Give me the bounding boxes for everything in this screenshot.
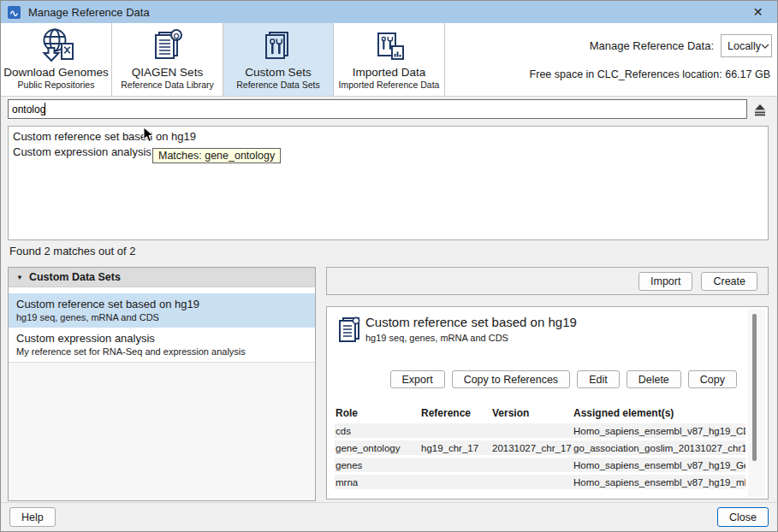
table-header-row: Role Reference Version Assigned element(…	[335, 406, 745, 420]
cell-version: 20131027_chr_17	[491, 443, 573, 453]
collapse-triangle-icon: ▼	[16, 274, 23, 281]
list-item-subtitle: My reference set for RNA-Seq and express…	[16, 346, 307, 358]
cell-assigned: Homo_sapiens_ensembl_v87_hg19_mRNA	[573, 477, 745, 488]
column-header-assigned: Assigned element(s)	[573, 407, 745, 419]
close-button[interactable]: Close	[717, 507, 769, 527]
cell-reference: hg19_chr_17	[420, 443, 491, 453]
imported-data-icon	[370, 26, 409, 66]
toolbar: Download Genomes Public Repositories Q Q…	[1, 23, 777, 97]
cell-role: cds	[335, 426, 420, 436]
free-space-label: Free space in CLC_References location: 6…	[530, 68, 770, 80]
location-value: Locally	[728, 40, 761, 52]
cell-assigned: go_association_goslim_20131027_chr17	[573, 443, 745, 453]
custom-sets-icon	[258, 26, 298, 66]
export-button[interactable]: Export	[390, 370, 445, 388]
scrollbar-gutter	[748, 309, 765, 497]
reference-set-detail-panel: Custom reference set based on hg19 hg19 …	[326, 306, 769, 499]
window-title: Manage Reference Data	[28, 6, 150, 19]
import-button[interactable]: Import	[638, 272, 692, 291]
panel-spacer	[9, 287, 315, 293]
match-count-label: Found 2 matches out of 2	[9, 245, 135, 257]
cell-assigned: Homo_sapiens_ensembl_v87_hg19_Genes	[573, 460, 745, 470]
manage-reference-data-dialog: Manage Reference Data ✕ Download Genomes…	[0, 0, 778, 532]
mouse-cursor	[143, 127, 154, 143]
panel-header-label: Custom Data Sets	[29, 271, 121, 283]
cell-role: genes	[335, 460, 420, 470]
tab-sublabel: Public Repositories	[18, 80, 95, 90]
table-row: mrna Homo_sapiens_ensembl_v87_hg19_mRNA	[335, 475, 745, 489]
dialog-footer: Help Close	[1, 502, 777, 531]
svg-text:Q: Q	[173, 31, 179, 39]
search-input[interactable]	[8, 99, 747, 119]
table-row: gene_ontology hg19_chr_17 20131027_chr_1…	[335, 440, 745, 455]
search-result-item[interactable]: Custom expression analysis	[13, 145, 763, 160]
table-row: genes Homo_sapiens_ensembl_v87_hg19_Gene…	[335, 458, 745, 472]
tab-label: Custom Sets	[245, 66, 311, 79]
detail-button-row: Export Copy to References Edit Delete Co…	[390, 370, 738, 388]
copy-to-references-button[interactable]: Copy to References	[452, 370, 570, 388]
text-caret	[45, 103, 45, 115]
edit-button[interactable]: Edit	[577, 370, 620, 388]
title-bar: Manage Reference Data ✕	[1, 1, 777, 23]
delete-button[interactable]: Delete	[627, 370, 681, 388]
chevron-down-icon	[761, 44, 769, 49]
location-dropdown[interactable]: Locally	[721, 34, 772, 57]
tab-label: Download Genomes	[3, 66, 108, 79]
help-button[interactable]: Help	[9, 507, 56, 527]
custom-data-sets-panel: ▼ Custom Data Sets Custom reference set …	[8, 267, 316, 501]
search-result-item[interactable]: Custom reference set based on hg19	[13, 129, 763, 145]
manage-location-label: Manage Reference Data:	[590, 39, 714, 52]
column-header-role: Role	[335, 407, 420, 419]
tab-label: Imported Data	[353, 66, 426, 79]
match-tooltip: Matches: gene_ontology	[152, 148, 281, 163]
cell-assigned: Homo_sapiens_ensembl_v87_hg19_CDS	[573, 426, 745, 436]
tab-sublabel: Imported Reference Data	[339, 80, 440, 90]
cell-role: mrna	[335, 477, 420, 488]
list-item-title: Custom reference set based on hg19	[16, 298, 307, 311]
column-header-version: Version	[491, 407, 573, 419]
app-icon	[8, 6, 21, 19]
search-results-list: Custom reference set based on hg19 Custo…	[8, 126, 769, 240]
tab-label: QIAGEN Sets	[132, 66, 203, 79]
copy-button[interactable]: Copy	[688, 370, 737, 388]
tab-sublabel: Reference Data Library	[121, 80, 214, 90]
close-icon[interactable]: ✕	[739, 1, 777, 23]
list-item-subtitle: hg19 seq, genes, mRNA and CDS	[16, 311, 307, 323]
tab-download-genomes[interactable]: Download Genomes Public Repositories	[1, 23, 112, 96]
document-icon	[338, 316, 362, 344]
list-item-custom-expression-analysis[interactable]: Custom expression analysis My reference …	[9, 328, 315, 363]
collapse-search-icon[interactable]	[751, 101, 769, 118]
list-item-title: Custom expression analysis	[16, 332, 307, 346]
create-button[interactable]: Create	[701, 272, 757, 291]
table-row: cds Homo_sapiens_ensembl_v87_hg19_CDS	[335, 423, 745, 438]
tab-sublabel: Reference Data Sets	[236, 80, 319, 90]
custom-data-sets-header[interactable]: ▼ Custom Data Sets	[9, 268, 315, 287]
cell-role: gene_ontology	[335, 443, 420, 453]
list-item-custom-reference-set[interactable]: Custom reference set based on hg19 hg19 …	[9, 293, 315, 328]
detail-subtitle: hg19 seq, genes, mRNA and CDS	[365, 333, 508, 343]
globe-download-icon	[37, 26, 76, 66]
qiagen-sets-icon: Q	[148, 26, 187, 66]
column-header-reference: Reference	[420, 407, 491, 419]
tab-imported-data[interactable]: Imported Data Imported Reference Data	[334, 23, 445, 96]
tab-qiagen-sets[interactable]: Q QIAGEN Sets Reference Data Library	[112, 23, 223, 96]
set-actions-bar: Import Create	[326, 267, 769, 295]
tab-custom-sets[interactable]: Custom Sets Reference Data Sets	[223, 23, 334, 96]
roles-table: Role Reference Version Assigned element(…	[335, 406, 745, 492]
detail-title: Custom reference set based on hg19	[365, 315, 577, 329]
vertical-scrollbar[interactable]	[752, 314, 757, 461]
